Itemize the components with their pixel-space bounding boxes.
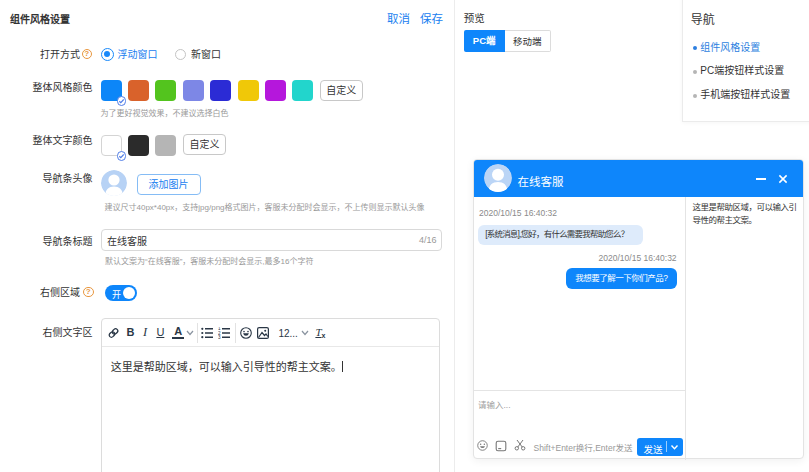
svg-text:3: 3 [218, 335, 221, 339]
